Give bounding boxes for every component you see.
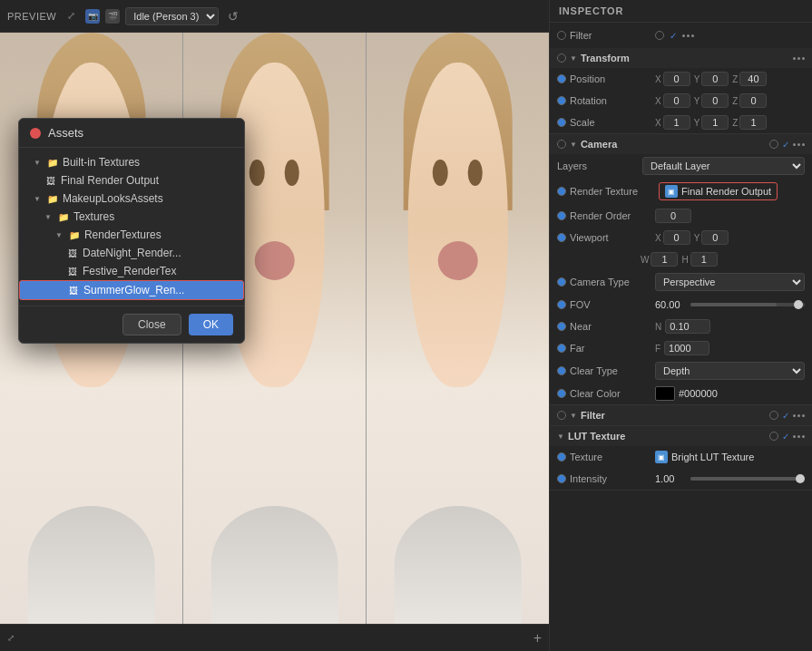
position-radio[interactable] [557, 74, 566, 83]
rotation-y-field: Y [694, 93, 729, 108]
scale-x-input[interactable] [663, 115, 690, 130]
rotation-xyz: X Y Z [655, 93, 805, 108]
tree-item-datenight[interactable]: 🖼 DateNight_Render... [19, 244, 244, 262]
tree-item-built-in[interactable]: ▼ 📁 Built-in Textures [19, 153, 244, 171]
transform-menu[interactable] [793, 57, 805, 60]
far-radio[interactable] [557, 344, 566, 353]
assets-dialog: Assets ▼ 📁 Built-in Textures 🖼 Final Ren… [18, 118, 245, 344]
clear-type-select[interactable]: Depth [655, 362, 805, 380]
filter-vis-toggle[interactable] [655, 31, 664, 40]
fov-value: 60.00 [655, 299, 687, 310]
tree-item-render-textures[interactable]: ▼ 📁 RenderTextures [19, 226, 244, 244]
tree-item-textures[interactable]: ▼ 📁 Textures [19, 208, 244, 226]
tree-item-final-render[interactable]: 🖼 Final Render Output [19, 171, 244, 189]
transform-radio[interactable] [557, 53, 566, 63]
fov-slider-track[interactable] [690, 303, 805, 306]
expand-icon[interactable]: ⤢ [7, 633, 15, 643]
folder-icon: 📁 [46, 156, 59, 169]
viewport-h-input[interactable] [690, 252, 718, 267]
external-link-icon[interactable]: ⤢ [62, 7, 80, 25]
inspector-header: INSPECTOR [550, 0, 812, 23]
filter-bottom-header[interactable]: ▼ Filter ✓ [550, 405, 812, 425]
tree-item-makeup[interactable]: ▼ 📁 MakeupLooksAssets [19, 189, 244, 208]
preview-bottom-bar: ⤢ + [0, 624, 549, 651]
camera-type-select[interactable]: Perspective [655, 273, 805, 291]
camera-icon: 🎬 [105, 9, 120, 24]
clear-color-row: Clear Color #000000 [550, 383, 812, 404]
folder-icon: 📁 [57, 210, 70, 223]
render-order-input[interactable] [655, 209, 691, 223]
filter-radio[interactable] [557, 31, 566, 40]
intensity-radio[interactable] [557, 474, 566, 483]
scale-z-input[interactable] [739, 115, 767, 130]
inspector-body: Filter ✓ ▼ Transform Positio [550, 23, 812, 651]
intensity-slider-fill [690, 477, 799, 481]
camera-radio[interactable] [557, 140, 566, 149]
rotation-x-input[interactable] [663, 93, 690, 108]
lut-texture-row: Texture ▣ Bright LUT Texture [550, 446, 812, 468]
close-button[interactable]: Close [122, 314, 181, 335]
position-y-input[interactable] [701, 72, 729, 86]
render-texture-label: Render Texture [570, 186, 651, 197]
lut-texture-icon: ▣ [655, 451, 668, 463]
transform-header[interactable]: ▼ Transform [550, 48, 812, 68]
lut-vis[interactable] [769, 432, 778, 441]
rotation-radio[interactable] [557, 96, 566, 105]
filter-bottom-menu[interactable] [793, 414, 805, 417]
camera-type-radio[interactable] [557, 277, 566, 287]
render-order-radio[interactable] [557, 211, 566, 220]
viewport-y-input[interactable] [701, 230, 729, 245]
camera-header[interactable]: ▼ Camera ✓ [550, 134, 812, 154]
clear-color-swatch[interactable] [655, 386, 675, 401]
near-row: Near N [550, 316, 812, 337]
viewport-w-input[interactable] [651, 252, 678, 267]
scale-label: Scale [570, 117, 651, 128]
far-input[interactable] [664, 341, 709, 355]
add-icon[interactable]: + [533, 630, 542, 646]
preview-mode-select[interactable]: Idle (Person 3) [125, 7, 219, 25]
scale-z-field: Z [732, 115, 767, 130]
scale-y-input[interactable] [701, 115, 729, 130]
camera-vis[interactable] [769, 140, 778, 149]
filter-menu[interactable] [682, 34, 694, 37]
filter-bottom-radio[interactable] [557, 411, 566, 420]
clear-type-radio[interactable] [557, 366, 566, 375]
render-texture-radio[interactable] [557, 187, 566, 196]
clear-color-radio[interactable] [557, 389, 566, 398]
near-radio[interactable] [557, 322, 566, 331]
caret-icon: ▼ [44, 213, 52, 221]
lut-check: ✓ [782, 432, 789, 442]
preview-toolbar: PREVIEW ⤢ 📷 🎬 Idle (Person 3) ↺ [0, 0, 549, 33]
filter-label: Filter [570, 30, 651, 41]
shoulder-3 [394, 506, 522, 624]
lut-header[interactable]: ▼ LUT Texture ✓ [550, 426, 812, 446]
viewport-x-input[interactable] [663, 230, 690, 245]
layers-select[interactable]: Default Layer [642, 157, 805, 175]
position-xyz: X Y Z [655, 72, 805, 86]
ok-button[interactable]: OK [189, 314, 233, 335]
scale-radio[interactable] [557, 118, 566, 127]
near-label: Near [570, 321, 651, 332]
refresh-icon[interactable]: ↺ [224, 7, 242, 25]
lut-menu[interactable] [793, 435, 805, 438]
viewport-radio[interactable] [557, 233, 566, 242]
tree-item-festive[interactable]: 🖼 Festive_RenderTex [19, 262, 244, 280]
fov-radio[interactable] [557, 300, 566, 309]
rotation-y-input[interactable] [701, 93, 729, 108]
assets-dialog-title: Assets [48, 126, 83, 140]
lut-title: LUT Texture [568, 431, 766, 442]
render-order-label: Render Order [570, 210, 651, 221]
render-texture-value[interactable]: ▣ Final Render Output [659, 182, 778, 200]
tree-item-summerglow[interactable]: 🖼 SummerGlow_Ren... [19, 280, 244, 300]
lut-texture-radio[interactable] [557, 452, 566, 462]
position-z-input[interactable] [739, 72, 767, 86]
rotation-z-input[interactable] [739, 93, 767, 108]
position-x-input[interactable] [663, 72, 690, 86]
filter-bottom-vis[interactable] [769, 411, 778, 420]
near-input[interactable] [665, 319, 710, 334]
render-texture-icon: ▣ [665, 185, 678, 198]
camera-menu[interactable] [793, 143, 805, 146]
transform-title: Transform [581, 53, 789, 63]
intensity-slider-track[interactable] [690, 477, 805, 481]
viewport-label: Viewport [570, 232, 651, 243]
